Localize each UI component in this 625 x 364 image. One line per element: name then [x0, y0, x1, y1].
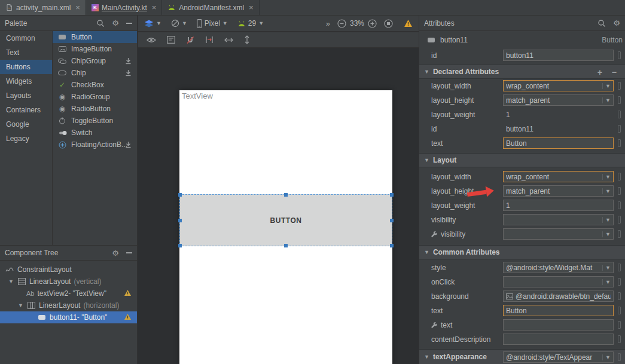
tree-item-button11[interactable]: button11- "Button": [0, 311, 137, 323]
resize-handle[interactable]: [284, 193, 288, 197]
gear-icon[interactable]: ⚙: [112, 19, 119, 27]
chevron-down-icon[interactable]: ▼: [18, 302, 23, 308]
autoconnect-off-magnet-icon[interactable]: [186, 36, 194, 44]
palette-item-checkbox[interactable]: ✓ CheckBox: [53, 79, 137, 91]
palette-item-chipgroup[interactable]: ChipGroup: [53, 55, 137, 67]
add-attribute-button[interactable]: +: [597, 68, 602, 77]
resource-flag[interactable]: [618, 96, 621, 104]
layout-weight-input[interactable]: 1: [503, 200, 614, 211]
resource-flag[interactable]: [618, 321, 621, 329]
section-common-attributes[interactable]: ▼ Common Attributes: [419, 245, 625, 259]
palette-category-common[interactable]: Common: [0, 31, 52, 45]
blueprint-border-icon[interactable]: [167, 36, 175, 44]
background-input[interactable]: @android:drawable/btn_defau: [503, 290, 614, 302]
toolbar-overflow-button[interactable]: »: [326, 19, 330, 28]
zoom-to-fit-button[interactable]: [384, 19, 393, 28]
content-description-input[interactable]: [503, 334, 614, 345]
minimize-icon[interactable]: [126, 252, 132, 253]
tab-main-activity-kt[interactable]: K MainActivity.kt ×: [86, 0, 162, 15]
pack-vertical-icon[interactable]: [244, 35, 250, 44]
text-input[interactable]: Button: [503, 305, 614, 316]
device-artboard[interactable]: TextView BUTTON: [179, 90, 392, 364]
resource-flag[interactable]: [618, 230, 621, 238]
resize-handle[interactable]: [178, 193, 182, 197]
palette-item-radiogroup[interactable]: ◉ RadioGroup: [53, 91, 137, 103]
pack-horizontal-icon[interactable]: [224, 37, 233, 43]
resource-flag[interactable]: [618, 173, 621, 181]
close-icon[interactable]: ×: [249, 3, 254, 12]
layout-height-combo[interactable]: match_parent▼: [503, 94, 614, 106]
palette-item-button[interactable]: Button: [53, 31, 137, 43]
resource-flag[interactable]: [618, 353, 621, 361]
palette-item-floatingactionbutton[interactable]: FloatingActionB...: [53, 139, 137, 151]
warnings-button[interactable]: [404, 19, 413, 27]
close-icon[interactable]: ×: [75, 3, 80, 12]
gear-icon[interactable]: ⚙: [613, 19, 620, 27]
resource-flag[interactable]: [618, 278, 621, 286]
tree-item-textview2[interactable]: Ab textView2- "TextView": [0, 287, 137, 299]
palette-item-imagebutton[interactable]: ImageButton: [53, 43, 137, 55]
onclick-combo[interactable]: ▼: [503, 276, 614, 287]
palette-item-radiobutton[interactable]: ◉ RadioButton: [53, 103, 137, 115]
resource-flag[interactable]: [618, 292, 621, 300]
tree-item-linearlayout-horizontal[interactable]: ▼ LinearLayout (horizontal): [0, 299, 137, 311]
section-text-appearance[interactable]: ▼ textAppearance @android:style/TextAppe…: [419, 349, 625, 364]
resource-flag[interactable]: [618, 307, 621, 314]
gear-icon[interactable]: ⚙: [112, 249, 119, 257]
text-appearance-combo[interactable]: @android:style/TextAppear▼: [503, 351, 614, 363]
palette-item-togglebutton[interactable]: ToggleButton: [53, 115, 137, 127]
resize-handle[interactable]: [390, 219, 394, 222]
resource-flag[interactable]: [618, 264, 621, 271]
tools-text-input[interactable]: [503, 319, 614, 331]
section-layout[interactable]: ▼ Layout: [419, 153, 625, 167]
tab-activity-main-xml[interactable]: activity_main.xml ×: [0, 0, 86, 15]
resource-flag[interactable]: [618, 51, 621, 59]
tab-android-manifest-xml[interactable]: AndroidManifest.xml ×: [162, 0, 259, 15]
search-icon[interactable]: [96, 19, 105, 27]
resize-handle[interactable]: [390, 244, 394, 247]
canvas-textview[interactable]: TextView: [182, 91, 213, 100]
layout-width-combo[interactable]: wrap_content▼: [503, 171, 614, 182]
default-margins-icon[interactable]: [205, 36, 214, 44]
tree-item-constraintlayout[interactable]: ConstraintLayout: [0, 264, 137, 276]
layout-height-combo[interactable]: match_parent▼: [503, 185, 614, 197]
close-icon[interactable]: ×: [152, 3, 157, 12]
attr-value[interactable]: button11: [506, 125, 533, 133]
orientation-theme-selector[interactable]: ▼: [171, 19, 187, 27]
device-selector[interactable]: Pixel ▼: [197, 19, 228, 28]
api-level-selector[interactable]: 29 ▼: [237, 19, 264, 27]
resize-handle[interactable]: [178, 244, 182, 247]
layout-width-combo[interactable]: wrap_content▼: [503, 80, 614, 91]
view-options-eye-icon[interactable]: [147, 37, 156, 43]
zoom-out-button[interactable]: [337, 19, 346, 28]
palette-category-widgets[interactable]: Widgets: [0, 74, 52, 88]
palette-category-google[interactable]: Google: [0, 117, 52, 131]
chevron-down-icon[interactable]: ▼: [8, 279, 14, 285]
section-declared-attributes[interactable]: ▼ Declared Attributes + −: [419, 65, 625, 79]
palette-item-switch[interactable]: Switch: [53, 127, 137, 139]
resize-handle[interactable]: [178, 219, 182, 222]
visibility-combo[interactable]: ▼: [503, 214, 614, 225]
resource-flag[interactable]: [618, 335, 621, 343]
palette-category-containers[interactable]: Containers: [0, 103, 52, 117]
style-combo[interactable]: @android:style/Widget.Mat▼: [503, 262, 614, 273]
resource-flag[interactable]: [618, 111, 621, 118]
remove-attribute-button[interactable]: −: [612, 68, 617, 77]
tools-visibility-combo[interactable]: ▼: [503, 228, 614, 240]
search-icon[interactable]: [597, 19, 606, 27]
design-canvas[interactable]: TextView BUTTON: [138, 48, 419, 364]
resize-handle[interactable]: [284, 244, 288, 247]
design-surface-selector[interactable]: ▼: [144, 20, 161, 27]
palette-category-layouts[interactable]: Layouts: [0, 88, 52, 103]
palette-item-chip[interactable]: Chip: [53, 67, 137, 79]
text-input[interactable]: Button: [503, 137, 614, 149]
tree-item-linearlayout-vertical[interactable]: ▼ LinearLayout (vertical): [0, 276, 137, 287]
palette-category-buttons[interactable]: Buttons: [0, 60, 52, 74]
minimize-icon[interactable]: [126, 23, 132, 24]
resize-handle[interactable]: [390, 193, 394, 197]
attr-value[interactable]: 1: [506, 111, 510, 119]
resource-flag[interactable]: [618, 82, 621, 90]
palette-category-legacy[interactable]: Legacy: [0, 131, 52, 146]
id-input[interactable]: button11: [503, 50, 614, 61]
resource-flag[interactable]: [618, 187, 621, 195]
